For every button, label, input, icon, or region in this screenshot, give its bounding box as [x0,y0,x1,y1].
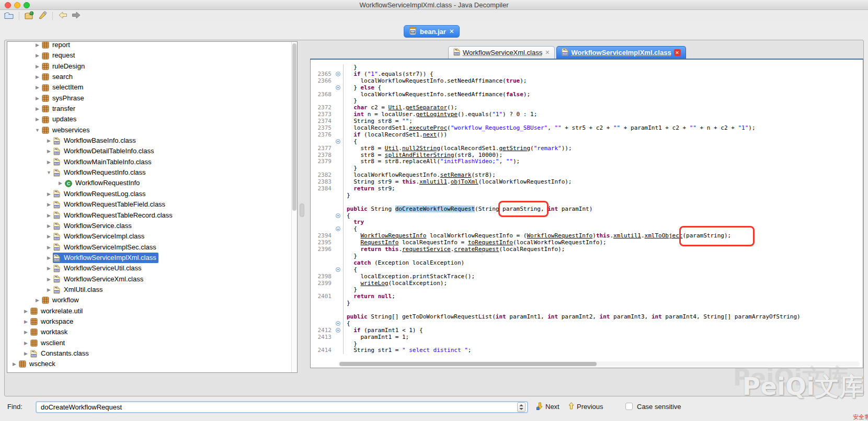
tree-item[interactable]: ▶workflow [7,295,297,305]
triangle-right-icon[interactable]: ▶ [45,189,53,199]
find-input[interactable] [36,401,528,413]
close-jar-tab-button[interactable]: ✕ [449,28,454,35]
tree-vertical-scrollbar[interactable] [291,42,297,372]
triangle-right-icon[interactable]: ▶ [45,263,53,274]
triangle-right-icon[interactable]: ▶ [33,50,41,61]
collapse-minus-icon[interactable] [336,85,340,90]
triangle-right-icon[interactable]: ▶ [33,82,41,93]
tree-item[interactable]: ▶010WorkflowService.class [7,221,297,231]
open-jar-button[interactable] [24,12,35,21]
triangle-right-icon[interactable]: ▶ [33,104,41,114]
open-file-button[interactable] [4,12,14,21]
collapse-minus-icon[interactable] [336,139,340,144]
tree-item[interactable]: ▶request [7,50,297,61]
tree-item[interactable]: ▶workspace [7,316,297,327]
tree-item[interactable]: ▶010WorkflowRequestTableField.class [7,199,297,210]
tree-item[interactable]: ▶010WorkflowBaseInfo.class [7,135,297,146]
triangle-right-icon[interactable]: ▶ [33,61,41,72]
close-tab-button[interactable]: ✕ [545,49,550,56]
triangle-right-icon[interactable]: ▶ [45,285,53,295]
triangle-right-icon[interactable]: ▶ [33,72,41,82]
triangle-right-icon[interactable]: ▶ [56,178,64,188]
tree-item[interactable]: ▶ruleDesign [7,61,297,72]
collapse-minus-icon[interactable] [336,328,340,333]
triangle-right-icon[interactable]: ▶ [45,274,53,285]
tab-bean-jar[interactable]: 010 bean.jar ✕ [404,25,460,38]
code-panel[interactable]: }2365 if ("1".equals(str7)) {2366 localW… [310,60,863,368]
triangle-right-icon[interactable]: ▶ [33,295,41,305]
tree-item[interactable]: ▶010WorkflowServiceImplXml.class [7,253,297,263]
tree-item[interactable]: ▶010WorkflowServiceImpl.class [7,231,297,242]
tree-item[interactable]: ▶workrelate.util [7,306,297,316]
tree-item[interactable]: ▶search [7,72,297,82]
triangle-right-icon[interactable]: ▶ [45,135,53,146]
triangle-right-icon[interactable]: ▶ [22,338,30,348]
triangle-right-icon[interactable]: ▶ [22,306,30,316]
tree-item[interactable]: ▶selectItem [7,82,297,93]
tree-item[interactable]: ▼010WorkflowRequestInfo.class [7,167,297,178]
collapse-minus-icon[interactable] [336,321,340,326]
case-sensitive-label: Case sensitive [637,403,681,411]
tree-item[interactable]: ▶CWorkflowRequestInfo [7,178,297,188]
tree-item[interactable]: ▶report [7,41,297,50]
tree-item-label: WorkflowServiceUtil.class [64,263,142,274]
tree-item[interactable]: ▼webservices [7,125,297,135]
code-scrollbar-thumb[interactable] [339,362,597,366]
triangle-right-icon[interactable]: ▶ [45,242,53,253]
collapse-minus-icon[interactable] [336,72,340,76]
triangle-right-icon[interactable]: ▶ [45,210,53,221]
close-tab-button[interactable]: ✕ [674,49,681,56]
code-horizontal-scrollbar[interactable] [338,361,860,367]
tree-item[interactable]: ▶010WorkflowRequestLog.class [7,189,297,199]
search-types-button[interactable] [37,12,48,21]
tree-item[interactable]: ▶transfer [7,104,297,114]
triangle-right-icon[interactable]: ▶ [33,114,41,124]
forward-button[interactable] [71,12,81,21]
triangle-down-icon[interactable]: ▼ [45,167,53,178]
tree-item[interactable]: ▶wscheck [7,359,297,369]
triangle-right-icon[interactable]: ▶ [10,359,18,369]
tree-item[interactable]: ▶010WorkflowServiceImplSec.class [7,242,297,253]
editor-tab[interactable]: 010WorkflowServiceXml.class✕ [448,46,555,59]
triangle-down-icon[interactable]: ▼ [33,125,41,135]
triangle-right-icon[interactable]: ▶ [22,327,30,337]
triangle-right-icon[interactable]: ▶ [22,348,30,359]
back-button[interactable] [58,12,68,21]
tree-item[interactable]: ▶sysPhrase [7,93,297,104]
tree-scrollbar-thumb[interactable] [292,43,296,211]
triangle-right-icon[interactable]: ▶ [45,253,53,263]
package-icon [30,317,38,326]
editor-tab[interactable]: 010WorkflowServiceImplXml.class✕ [556,46,686,59]
triangle-right-icon[interactable]: ▶ [22,316,30,327]
find-previous-button[interactable]: Previous [568,402,603,412]
triangle-right-icon[interactable]: ▶ [45,231,53,242]
tree-item[interactable]: ▶010WorkflowMainTableInfo.class [7,157,297,167]
tree-item[interactable]: ▶010WorkflowServiceUtil.class [7,263,297,274]
code-text: if (localRecordSet1.next()) [343,132,447,139]
main-area: ▶report▶request▶ruleDesign▶search▶select… [4,40,864,396]
collapse-minus-icon[interactable] [336,226,340,231]
triangle-right-icon[interactable]: ▶ [45,157,53,167]
tree-item[interactable]: ▶010Constants.class [7,348,297,359]
tree-item[interactable]: ▶wsclient [7,338,297,348]
triangle-right-icon[interactable]: ▶ [33,93,41,104]
tree-item[interactable]: ▶updates [7,114,297,124]
collapse-minus-icon[interactable] [336,213,340,218]
splitter-handle[interactable] [300,203,304,217]
triangle-right-icon[interactable]: ▶ [45,221,53,231]
collapse-minus-icon[interactable] [336,267,340,272]
triangle-right-icon[interactable]: ▶ [45,146,53,156]
tree-item[interactable]: ▶010WorkflowServiceXml.class [7,274,297,285]
tree-item[interactable]: ▶worktask [7,327,297,337]
package-tree-panel[interactable]: ▶report▶request▶ruleDesign▶search▶select… [7,41,298,373]
class-file-icon: 010 [562,48,568,58]
tree-item[interactable]: ▶010WorkflowRequestTableRecord.class [7,210,297,221]
triangle-right-icon[interactable]: ▶ [45,199,53,210]
tree-item[interactable]: ▶010XmlUtil.class [7,285,297,295]
tree-item[interactable]: ▶010WorkflowDetailTableInfo.class [7,146,297,156]
svg-text:010: 010 [55,259,59,261]
triangle-right-icon[interactable]: ▶ [33,41,41,50]
find-history-stepper[interactable] [517,402,526,412]
find-next-button[interactable]: Next [536,402,559,412]
case-sensitive-checkbox[interactable] [625,403,633,410]
